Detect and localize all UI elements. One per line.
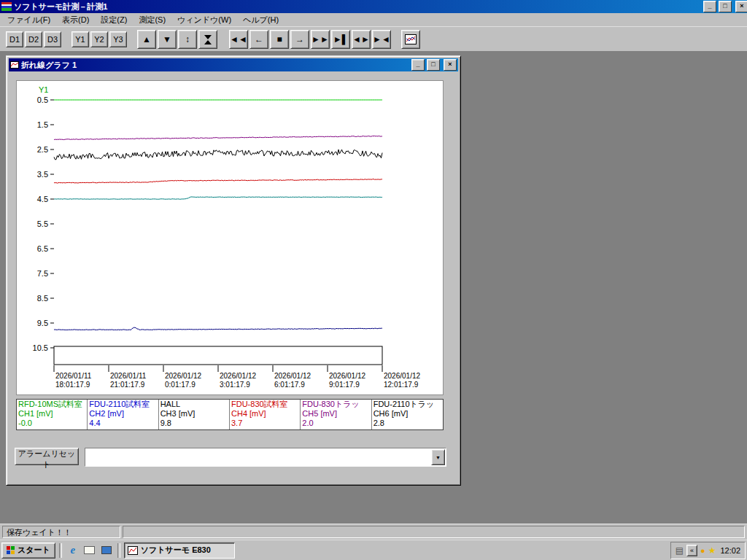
menu-item-1[interactable]: ファイル(F) bbox=[1, 13, 56, 27]
toolbar-button-down-arrow[interactable]: ▼ bbox=[158, 30, 177, 49]
svg-text:6:01:17.9: 6:01:17.9 bbox=[274, 381, 305, 389]
toolbar-button-d2[interactable]: D2 bbox=[25, 31, 42, 47]
toolbar-button-skip-end[interactable]: ►▌ bbox=[331, 30, 350, 49]
svg-text:18:01:17.9: 18:01:17.9 bbox=[55, 381, 90, 389]
graph-minimize-button[interactable]: _ bbox=[411, 59, 425, 71]
toolbar-button-expand-horizontal[interactable]: ◄► bbox=[352, 30, 371, 49]
task-button[interactable]: ソフトサーモ E830 bbox=[124, 542, 235, 559]
legend-channel: CH3 [mV] bbox=[160, 409, 228, 419]
svg-text:1.5: 1.5 bbox=[37, 120, 48, 129]
svg-text:4.5: 4.5 bbox=[37, 195, 48, 203]
legend-device: RFD-10MS試料室 bbox=[18, 400, 85, 409]
start-button[interactable]: スタート bbox=[1, 542, 55, 559]
maximize-button[interactable]: □ bbox=[719, 1, 732, 12]
line-chart: Y10.51.52.53.54.55.56.57.58.59.510.52026… bbox=[17, 81, 441, 393]
mdi-workspace: 折れ線グラフ 1 _ □ × Y10.51.52.53.54.55.56.57.… bbox=[0, 51, 747, 524]
status-message-panel: 保存ウェイト！！ bbox=[2, 526, 120, 538]
menu-item-3[interactable]: 設定(Z) bbox=[95, 13, 133, 27]
windows-logo-icon bbox=[7, 546, 15, 554]
minimize-button[interactable]: _ bbox=[703, 1, 716, 12]
toolbar-button-fast-forward[interactable]: ►► bbox=[311, 30, 330, 49]
graph-window: 折れ線グラフ 1 _ □ × Y10.51.52.53.54.55.56.57.… bbox=[6, 55, 461, 486]
down-arrow-icon: ▼ bbox=[163, 35, 171, 44]
taskbar-divider bbox=[117, 543, 120, 558]
legend-channel: CH6 [mV] bbox=[374, 409, 441, 419]
toolbar-button-hourglass[interactable] bbox=[198, 30, 217, 49]
svg-text:5.5: 5.5 bbox=[37, 219, 48, 228]
svg-text:2026/01/11: 2026/01/11 bbox=[110, 372, 147, 380]
legend-channel: CH1 [mV] bbox=[18, 409, 85, 419]
toolbar-button-step-back[interactable]: ← bbox=[249, 30, 268, 49]
combo-dropdown-button[interactable]: ▼ bbox=[431, 449, 445, 465]
graph-window-title: 折れ線グラフ 1 bbox=[21, 60, 409, 71]
quicklaunch-desktop-icon[interactable] bbox=[99, 543, 114, 558]
alarm-reset-button[interactable]: アラームリセット bbox=[15, 448, 79, 465]
status-extra-panel bbox=[123, 526, 745, 538]
toolbar-button-y2[interactable]: Y2 bbox=[90, 31, 108, 47]
chart-icon bbox=[405, 34, 417, 44]
hourglass-icon bbox=[204, 35, 212, 44]
quicklaunch-ie-icon[interactable]: e bbox=[66, 543, 80, 558]
task-chart-icon bbox=[128, 546, 138, 555]
axis-button-group: Y1Y2Y3 bbox=[71, 31, 127, 47]
svg-text:10.5: 10.5 bbox=[33, 343, 48, 352]
toolbar-button-y1[interactable]: Y1 bbox=[71, 31, 89, 47]
menu-item-2[interactable]: 表示(D) bbox=[56, 13, 95, 27]
menu-item-6[interactable]: ヘルプ(H) bbox=[237, 13, 285, 27]
graph-maximize-button[interactable]: □ bbox=[427, 59, 440, 71]
toolbar-button-stop[interactable]: ■ bbox=[270, 30, 289, 49]
icon-button-group: ▲▼↕◄◄←■→►►►▌◄►►◄ bbox=[137, 30, 391, 49]
legend-channel: CH4 [mV] bbox=[231, 409, 298, 419]
task-button-label: ソフトサーモ E830 bbox=[141, 545, 211, 556]
toolbar-button-up-down-arrow[interactable]: ↕ bbox=[178, 30, 197, 49]
graph-panel: Y10.51.52.53.54.55.56.57.58.59.510.52026… bbox=[16, 80, 444, 395]
graph-window-client: Y10.51.52.53.54.55.56.57.58.59.510.52026… bbox=[9, 72, 458, 478]
keyboard-tray-icon[interactable]: ▤ bbox=[676, 545, 684, 556]
toolbar-button-collapse-horizontal[interactable]: ►◄ bbox=[372, 30, 391, 49]
svg-text:8.5: 8.5 bbox=[37, 294, 48, 303]
quicklaunch-mail-icon[interactable] bbox=[82, 543, 97, 558]
svg-text:2026/01/12: 2026/01/12 bbox=[384, 372, 420, 380]
toolbar-button-y3[interactable]: Y3 bbox=[109, 31, 127, 47]
toolbar-button-step-forward[interactable]: → bbox=[290, 30, 309, 49]
menu-item-4[interactable]: 測定(S) bbox=[133, 13, 171, 27]
main-title-bar: ソフトサーモ計測－計測1 _ □ × bbox=[0, 0, 747, 13]
legend-device: FDU-2110試料室 bbox=[89, 400, 156, 409]
graph-display-button[interactable] bbox=[401, 30, 420, 49]
svg-text:3:01:17.9: 3:01:17.9 bbox=[220, 381, 250, 389]
legend-device: HALL bbox=[160, 400, 228, 409]
graph-window-icon bbox=[10, 61, 19, 69]
graph-close-button[interactable]: × bbox=[444, 59, 457, 71]
alert-tray-icon[interactable]: ● bbox=[700, 546, 705, 555]
toolbar-button-rewind[interactable]: ◄◄ bbox=[229, 30, 248, 49]
legend-cell-ch5: FDU-830トラッCH5 [mV]2.0 bbox=[301, 400, 371, 429]
svg-text:2.5: 2.5 bbox=[37, 145, 48, 154]
graph-window-title-bar: 折れ線グラフ 1 _ □ × bbox=[9, 58, 458, 71]
legend-value: 2.8 bbox=[374, 419, 441, 428]
toolbar-button-d1[interactable]: D1 bbox=[6, 31, 23, 47]
toolbar: D1D2D3 Y1Y2Y3 ▲▼↕◄◄←■→►►►▌◄►►◄ bbox=[0, 26, 747, 52]
legend-channel: CH5 [mV] bbox=[302, 409, 369, 419]
svg-text:2026/01/12: 2026/01/12 bbox=[329, 372, 365, 380]
legend-device: FDU-2110トラッ bbox=[374, 400, 441, 409]
toolbar-button-d3[interactable]: D3 bbox=[44, 31, 61, 47]
svg-text:12:01:17.9: 12:01:17.9 bbox=[384, 381, 419, 389]
window-title: ソフトサーモ計測－計測1 bbox=[14, 1, 701, 12]
svg-text:2026/01/11: 2026/01/11 bbox=[55, 372, 92, 380]
legend-cell-ch3: HALLCH3 [mV]9.8 bbox=[159, 400, 230, 429]
status-bar: 保存ウェイト！！ bbox=[0, 524, 747, 540]
svg-text:7.5: 7.5 bbox=[37, 269, 48, 278]
tray-collapse-button[interactable]: « bbox=[686, 545, 697, 556]
step-back-icon: ← bbox=[255, 35, 263, 44]
legend-value: 4.4 bbox=[89, 419, 156, 428]
legend-channel: CH2 [mV] bbox=[89, 409, 156, 419]
svg-text:2026/01/12: 2026/01/12 bbox=[274, 372, 311, 380]
legend-table: RFD-10MS試料室CH1 [mV]-0.0FDU-2110試料室CH2 [m… bbox=[16, 399, 444, 430]
star-tray-icon[interactable]: ★ bbox=[708, 545, 716, 556]
svg-text:Y1: Y1 bbox=[39, 85, 48, 94]
menu-item-5[interactable]: ウィンドウ(W) bbox=[171, 13, 237, 27]
alarm-combo[interactable]: ▼ bbox=[85, 448, 446, 467]
toolbar-button-up-arrow[interactable]: ▲ bbox=[137, 30, 156, 49]
legend-value: 2.0 bbox=[302, 419, 369, 428]
close-button[interactable]: × bbox=[735, 1, 747, 12]
